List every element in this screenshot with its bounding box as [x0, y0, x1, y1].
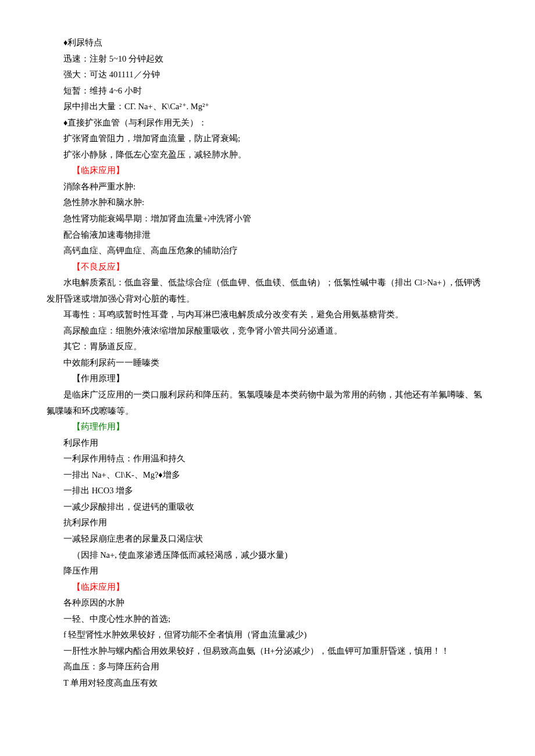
text-line: 一排出 Na+、Cl\K-、Mg?♦增多 [47, 467, 488, 483]
text-line: 一减轻尿崩症患者的尿量及口渴症状 [47, 531, 488, 547]
text-line: 【作用原理】 [47, 371, 488, 387]
text-line: 一肝性水肿与螺内酯合用效果较好，但易致高血氨（H+分泌减少），低血钾可加重肝昏迷… [47, 643, 488, 660]
text-line: 抗利尿作用 [47, 515, 488, 531]
text-line: 配合输液加速毒物排泄 [47, 227, 488, 243]
text-line: 【不良反应】 [47, 259, 488, 275]
text-line: 高钙血症、高钾血症、高血压危象的辅助治疗 [47, 243, 488, 259]
text-line: 消除各种严重水肿: [47, 179, 488, 195]
text-line: 【药理作用】 [47, 419, 488, 435]
document-body: ♦利尿特点迅速：注射 5~10 分钟起效强大：可达 401111／分钟短暂：维持… [47, 35, 488, 691]
text-line: 水电解质紊乱：低血容量、低盐综合症（低血钾、低血镁、低血钠）；低氯性碱中毒（排出… [47, 275, 488, 307]
text-line: 高尿酸血症：细胞外液浓缩增加尿酸重吸收，竞争肾小管共同分泌通道。 [47, 323, 488, 339]
text-line: 急性肺水肿和脑水肿: [47, 195, 488, 211]
text-line: ♦利尿特点 [47, 35, 488, 51]
text-line: 迅速：注射 5~10 分钟起效 [47, 51, 488, 67]
text-line: 耳毒性：耳鸣或暂时性耳聋，与内耳淋巴液电解质成分改变有关，避免合用氨基糖背类。 [47, 307, 488, 323]
text-line: 扩张肾血管阻力，增加肾血流量，防止肾衰竭; [47, 131, 488, 147]
text-line: 扩张小静脉，降低左心室充盈压，减轻肺水肿。 [47, 147, 488, 163]
text-line: 【临床应用】 [47, 163, 488, 179]
text-line: 一轻、中度心性水肿的首选; [47, 611, 488, 628]
text-line: f 轻型肾性水肿效果较好，但肾功能不全者慎用（肾血流量减少) [47, 627, 488, 643]
text-line: 降压作用 [47, 563, 488, 579]
text-line: ♦直接扩张血管（与利尿作用无关）： [47, 115, 488, 131]
text-line: 各种原因的水肿 [47, 595, 488, 611]
text-line: 强大：可达 401111／分钟 [47, 67, 488, 83]
text-line: 尿中排出大量：CΓ. Na+、K\Ca²⁺. Mg²⁺ [47, 99, 488, 115]
text-line: 一减少尿酸排出，促进钙的重吸收 [47, 499, 488, 515]
text-line: 高血压：多与降压药合用 [47, 659, 488, 675]
text-line: 【临床应用】 [47, 579, 488, 596]
text-line: 急性肾功能衰竭早期：增加肾血流量+冲洗肾小管 [47, 211, 488, 227]
text-line: 短暂：维持 4~6 小时 [47, 83, 488, 99]
text-line: （因排 Na+, 使血浆渗透压降低而减轻渴感，减少摄水量) [47, 547, 488, 564]
text-line: 一排出 HCO3 增多 [47, 483, 488, 499]
text-line: 中效能利尿药一一睡嗪类 [47, 355, 488, 371]
text-line: 一利尿作用特点：作用温和持久 [47, 451, 488, 467]
text-line: T 单用对轻度高血压有效 [47, 675, 488, 691]
text-line: 利尿作用 [47, 435, 488, 452]
text-line: 是临床广泛应用的一类口服利尿药和降压药。氢氯嘎嗪是本类药物中最为常用的药物，其他… [47, 387, 488, 419]
text-line: 其它：胃肠道反应。 [47, 339, 488, 355]
